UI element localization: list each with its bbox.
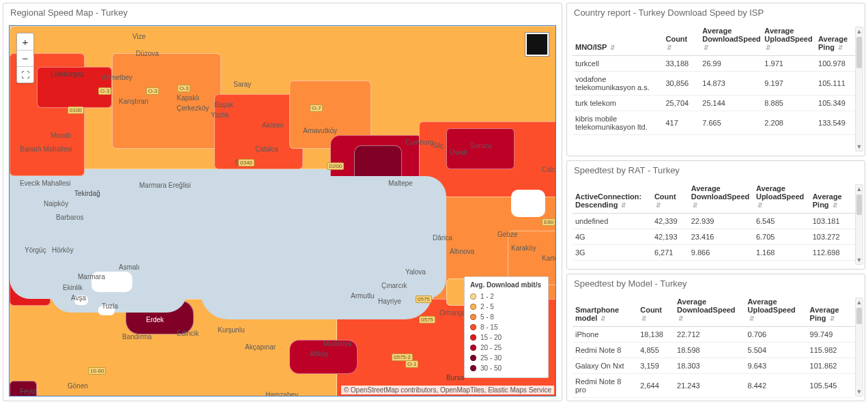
table-cell: 1.971 (762, 56, 815, 72)
scroll-thumb[interactable] (856, 308, 862, 324)
region-mudanya[interactable] (289, 340, 358, 374)
sort-icon[interactable]: ⇵ (766, 44, 771, 51)
table-cell: 103.272 (810, 229, 855, 245)
sort-icon[interactable]: ⇵ (838, 44, 843, 51)
column-header[interactable]: Average UploadSpeed ⇵ (745, 293, 807, 327)
column-header[interactable]: Average UploadSpeed ⇵ (753, 180, 810, 214)
region-kocaeli-w[interactable] (446, 128, 515, 169)
table-row[interactable]: Redmi Note 84,85518.5985.504115.982 (573, 343, 855, 358)
table-cell: turkcell (573, 56, 663, 72)
scroll-thumb[interactable] (856, 194, 862, 215)
table-row[interactable]: 3G6,2719.8661.168112.698 (573, 245, 855, 261)
column-header[interactable]: Count ⇵ (663, 23, 699, 56)
table-cell: Galaxy On Nxt (573, 358, 637, 374)
table-cell: 101.862 (807, 358, 855, 374)
table-cell: 3,159 (637, 358, 674, 374)
sort-icon[interactable]: ⇵ (610, 44, 616, 51)
column-header[interactable]: MNO/ISP ⇵ (573, 23, 663, 56)
table-row[interactable]: undefined42,33922.9396.545103.181 (573, 214, 855, 229)
table-cell: 0.706 (745, 327, 807, 343)
sort-icon[interactable]: ⇵ (601, 315, 606, 322)
region-nodata[interactable] (511, 190, 545, 217)
table-cell: 9.197 (762, 72, 815, 96)
layer-thumbnail[interactable] (525, 33, 549, 56)
column-header[interactable]: Average DownloadSpeed ⇵ (689, 180, 753, 214)
sort-icon[interactable]: ⇵ (749, 315, 755, 322)
sort-icon[interactable]: ⇵ (757, 202, 763, 209)
table-row[interactable]: turk telekom25,70425.1448.885105.349 (573, 96, 855, 111)
table-row[interactable]: turkcell33,18826.991.971100.978 (573, 56, 855, 72)
legend-swatch (470, 355, 476, 361)
scroll-up-icon[interactable]: ▲ (856, 185, 863, 193)
table-cell: 18.303 (674, 358, 745, 374)
rat-panel-title: Speedtest by RAT - Turkey (567, 161, 865, 180)
column-header[interactable]: Average DownloadSpeed ⇵ (674, 293, 745, 327)
table-row[interactable]: 4G42,19323.4166.705103.272 (573, 229, 855, 245)
column-header[interactable]: Average UploadSpeed ⇵ (762, 23, 815, 56)
table-cell: 26.99 (699, 56, 762, 72)
scrollbar[interactable]: ▲ ▼ (855, 184, 863, 265)
island-tuzla[interactable] (98, 306, 115, 315)
sort-icon[interactable]: ⇵ (678, 315, 684, 322)
table-cell: kibris mobile telekomunikasyon ltd. (573, 111, 663, 135)
road-shield: 0340 (238, 159, 255, 167)
map-canvas[interactable]: Lüleburgaz Vize Düzova Ahmetbey Karıştır… (9, 25, 556, 396)
region-sw-corner[interactable] (10, 381, 37, 396)
scroll-up-icon[interactable]: ▲ (856, 298, 863, 306)
region-cerkezkoy[interactable] (112, 53, 221, 149)
legend-item: 30 - 50 (470, 363, 541, 373)
isp-panel-title: Country report - Turkey Download Speed b… (567, 3, 865, 23)
scroll-up-icon[interactable]: ▲ (856, 27, 863, 35)
column-header[interactable]: Average Ping ⇵ (810, 180, 855, 214)
table-row[interactable]: iPhone18,13822.7120.70699.749 (573, 327, 855, 343)
column-header[interactable]: Average DownloadSpeed ⇵ (699, 23, 762, 56)
column-header[interactable]: Average Ping ⇵ (807, 293, 855, 327)
sort-icon[interactable]: ⇵ (693, 202, 698, 209)
legend-label: 1 - 2 (480, 291, 494, 302)
column-header[interactable]: Average Ping ⇵ (815, 23, 855, 56)
fit-bounds-button[interactable]: ⛶ (17, 66, 33, 83)
table-row[interactable]: vodafone telekomunikasyon a.s.30,85614.8… (573, 72, 855, 96)
legend-swatch (470, 334, 476, 341)
table-row[interactable]: Redmi Note 8 pro2,64421.2438.442105.545 (573, 374, 855, 398)
island-avsa[interactable] (74, 295, 88, 305)
road-shield: D200 (327, 162, 344, 170)
column-header[interactable]: Count ⇵ (637, 293, 674, 327)
scrollbar[interactable]: ▲ ▼ (855, 27, 863, 152)
sort-icon[interactable]: ⇵ (667, 44, 672, 51)
sort-icon[interactable]: ⇵ (641, 315, 647, 322)
zoom-out-button[interactable]: − (17, 50, 33, 66)
table-cell: 112.698 (810, 245, 855, 261)
sort-icon[interactable]: ⇵ (621, 202, 626, 209)
sort-icon[interactable]: ⇵ (656, 202, 661, 209)
sort-icon[interactable]: ⇵ (830, 315, 835, 322)
isp-table: MNO/ISP ⇵Count ⇵Average DownloadSpeed ⇵A… (573, 23, 855, 135)
sort-icon[interactable]: ⇵ (833, 202, 838, 209)
legend-swatch (470, 304, 476, 310)
table-cell: 9.866 (689, 245, 753, 261)
scroll-down-icon[interactable]: ▼ (856, 143, 863, 151)
zoom-in-button[interactable]: + (17, 33, 33, 50)
sort-icon[interactable]: ⇵ (704, 44, 709, 51)
table-cell: 7.665 (699, 111, 762, 135)
legend-item: 1 - 2 (470, 291, 541, 302)
table-cell: 4G (573, 229, 652, 245)
road-shield: 0575 (416, 295, 432, 303)
scrollbar[interactable]: ▲ ▼ (855, 298, 863, 396)
legend-label: 25 - 30 (480, 353, 502, 363)
table-cell: 2,644 (637, 374, 674, 398)
scroll-down-icon[interactable]: ▼ (856, 388, 863, 396)
map-panel-title: Regional Speed Map - Turkey (3, 3, 562, 23)
road-shield: O-7 (310, 104, 323, 112)
table-row[interactable]: Galaxy On Nxt3,15918.3039.643101.862 (573, 358, 855, 374)
column-header[interactable]: Smartphone model ⇵ (573, 293, 637, 327)
road-shield: 0100 (68, 106, 84, 114)
table-row[interactable]: kibris mobile telekomunikasyon ltd.4177.… (573, 111, 855, 135)
column-header[interactable]: ActiveConnection: Descending ⇵ (573, 180, 652, 214)
table-cell: 100.978 (815, 56, 855, 72)
scroll-down-icon[interactable]: ▼ (856, 256, 863, 264)
scroll-thumb[interactable] (856, 37, 862, 68)
table-cell: 105.349 (815, 96, 855, 111)
column-header[interactable]: Count ⇵ (652, 180, 689, 214)
island-marmara[interactable] (91, 272, 132, 292)
